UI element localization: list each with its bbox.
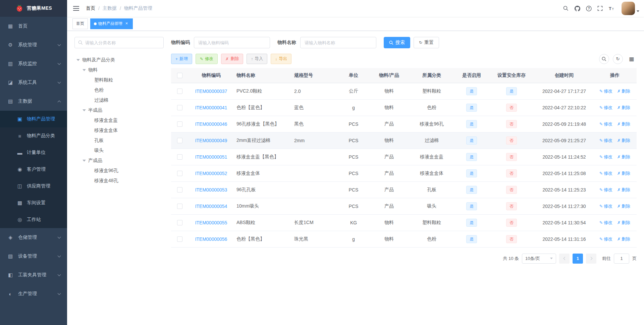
fullscreen-icon[interactable]: [595, 4, 605, 13]
goto-page-input[interactable]: [614, 254, 629, 264]
item-code-link[interactable]: ITEM00000053: [195, 187, 227, 193]
row-delete-button[interactable]: ✗删除: [617, 170, 630, 176]
row-checkbox[interactable]: [177, 89, 182, 94]
row-delete-button[interactable]: ✗删除: [617, 105, 630, 111]
github-icon[interactable]: [573, 4, 582, 13]
row-checkbox[interactable]: [177, 171, 182, 176]
tree-node[interactable]: 物料: [74, 65, 164, 75]
item-code-link[interactable]: ITEM00000056: [195, 236, 227, 242]
sidebar-item-warehouse-mgmt[interactable]: ◈仓储管理: [0, 228, 67, 247]
prev-page-button[interactable]: [559, 254, 570, 264]
row-delete-button[interactable]: ✗删除: [617, 236, 630, 242]
font-size-icon[interactable]: TT: [607, 4, 616, 13]
row-checkbox[interactable]: [177, 187, 182, 193]
search-button[interactable]: 搜索: [384, 37, 410, 48]
sidebar-subitem-customer-mgmt[interactable]: ◉客户管理: [0, 161, 67, 178]
sidebar-subitem-material-product-mgmt[interactable]: ▣物料产品管理: [0, 111, 67, 127]
item-code-link[interactable]: ITEM00000054: [195, 204, 227, 209]
tree-node[interactable]: 移液盒盒体: [74, 125, 164, 136]
tree-node[interactable]: 塑料颗粒: [74, 75, 164, 85]
item-code-link[interactable]: ITEM00000041: [195, 105, 227, 110]
select-all-checkbox[interactable]: [177, 73, 182, 78]
caret-down-icon[interactable]: [76, 59, 80, 61]
row-edit-button[interactable]: ✎修改: [599, 170, 612, 176]
tree-node[interactable]: 过滤棉: [74, 95, 164, 105]
tree-node[interactable]: 产成品: [74, 156, 164, 166]
material-code-input[interactable]: [194, 37, 270, 48]
page-size-select[interactable]: 10条/页: [522, 254, 556, 264]
tree-node[interactable]: 吸头: [74, 146, 164, 156]
row-delete-button[interactable]: ✗删除: [617, 203, 630, 209]
search-icon[interactable]: [561, 4, 571, 13]
delete-button[interactable]: ✗删除: [221, 54, 243, 64]
row-edit-button[interactable]: ✎修改: [599, 203, 612, 209]
avatar[interactable]: [622, 2, 635, 15]
row-delete-button[interactable]: ✗删除: [617, 121, 630, 127]
row-edit-button[interactable]: ✎修改: [599, 138, 612, 144]
row-edit-button[interactable]: ✎修改: [599, 88, 612, 94]
item-code-link[interactable]: ITEM00000049: [195, 138, 227, 143]
tree-node[interactable]: 移液盒96孔: [74, 166, 164, 176]
row-edit-button[interactable]: ✎修改: [599, 187, 612, 193]
row-delete-button[interactable]: ✗删除: [617, 220, 630, 226]
tree-node[interactable]: 物料及产品分类: [74, 55, 164, 65]
sidebar-item-home[interactable]: ▦首页: [0, 17, 67, 36]
item-code-link[interactable]: ITEM00000046: [195, 121, 227, 127]
sidebar-item-system-mgmt[interactable]: ⚙系统管理: [0, 36, 67, 54]
row-checkbox[interactable]: [177, 138, 182, 143]
sidebar-item-fixture-mgmt[interactable]: ◧工装夹具管理: [0, 266, 67, 284]
tree-node[interactable]: 移液盒48孔: [74, 176, 164, 186]
tree-node[interactable]: 色粉: [74, 85, 164, 95]
hamburger-icon[interactable]: [72, 4, 80, 13]
sidebar-item-production-mgmt[interactable]: ◐生产管理: [0, 284, 67, 303]
close-icon[interactable]: ×: [124, 21, 129, 26]
columns-button[interactable]: ▦: [627, 54, 637, 64]
row-delete-button[interactable]: ✗删除: [617, 154, 630, 160]
item-code-link[interactable]: ITEM00000055: [195, 220, 227, 225]
edit-button[interactable]: ✎修改: [196, 54, 218, 64]
row-checkbox[interactable]: [177, 105, 182, 110]
app-logo[interactable]: 苦糖果MES: [0, 0, 67, 17]
category-search-input[interactable]: [85, 40, 160, 45]
row-edit-button[interactable]: ✎修改: [599, 236, 612, 242]
question-icon[interactable]: ?: [584, 4, 593, 13]
tree-node[interactable]: 移液盒盒盖: [74, 115, 164, 125]
row-checkbox[interactable]: [177, 236, 182, 242]
tree-node[interactable]: 半成品: [74, 105, 164, 115]
material-name-input[interactable]: [300, 37, 376, 48]
page-number-button[interactable]: 1: [573, 254, 583, 264]
sidebar-subitem-measure-unit[interactable]: ▬计量单位: [0, 144, 67, 161]
caret-down-icon[interactable]: [83, 69, 86, 71]
sidebar-item-master-data[interactable]: ▤主数据: [0, 92, 67, 111]
sidebar-item-system-monitor[interactable]: ▥系统监控: [0, 54, 67, 73]
tag-物料产品管理[interactable]: 物料产品管理×: [90, 18, 133, 29]
item-code-link[interactable]: ITEM00000051: [195, 154, 227, 160]
item-code-link[interactable]: ITEM00000052: [195, 171, 227, 176]
row-edit-button[interactable]: ✎修改: [599, 105, 612, 111]
row-delete-button[interactable]: ✗删除: [617, 88, 630, 94]
user-menu[interactable]: [622, 2, 639, 15]
sidebar-item-equipment-mgmt[interactable]: ▧设备管理: [0, 247, 67, 266]
row-delete-button[interactable]: ✗删除: [617, 138, 630, 144]
row-checkbox[interactable]: [177, 204, 182, 209]
caret-down-icon[interactable]: [83, 160, 86, 162]
sidebar-subitem-material-product-category[interactable]: ≡物料产品分类: [0, 127, 67, 144]
row-edit-button[interactable]: ✎修改: [599, 220, 612, 226]
item-code-link[interactable]: ITEM00000037: [195, 89, 227, 94]
sidebar-subitem-supplier-mgmt[interactable]: ◫供应商管理: [0, 178, 67, 195]
reset-button[interactable]: ↻ 重置: [414, 37, 439, 48]
export-button[interactable]: ↓导出: [271, 54, 291, 64]
sidebar-subitem-workshop-settings[interactable]: ▩车间设置: [0, 195, 67, 211]
tree-node[interactable]: 孔板: [74, 136, 164, 146]
add-button[interactable]: +新增: [171, 54, 192, 64]
sidebar-subitem-workstation[interactable]: ◎工作站: [0, 211, 67, 228]
search-toggle-button[interactable]: [599, 54, 609, 64]
row-edit-button[interactable]: ✎修改: [599, 121, 612, 127]
row-edit-button[interactable]: ✎修改: [599, 154, 612, 160]
row-checkbox[interactable]: [177, 154, 182, 160]
row-checkbox[interactable]: [177, 121, 182, 127]
row-checkbox[interactable]: [177, 220, 182, 225]
next-page-button[interactable]: [586, 254, 596, 264]
sidebar-item-system-tools[interactable]: ◪系统工具: [0, 73, 67, 92]
tag-首页[interactable]: 首页: [72, 18, 88, 29]
